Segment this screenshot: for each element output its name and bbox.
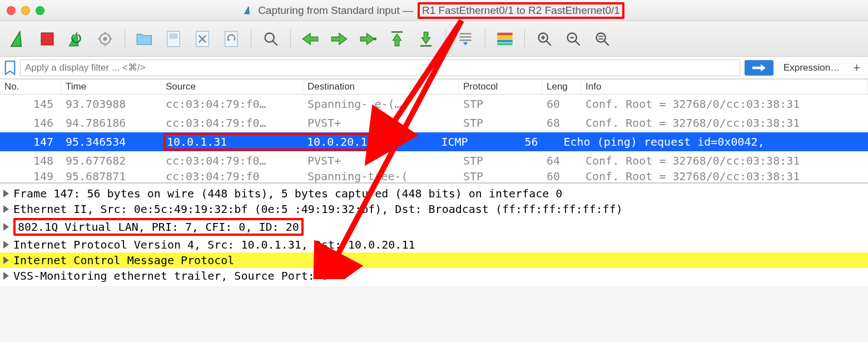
packet-row[interactable]: 149 95.687871 cc:03:04:79:f0 Spanning-tr… [0, 170, 868, 182]
zoom-in-button[interactable] [532, 26, 557, 52]
svg-rect-0 [41, 33, 53, 45]
detail-vss-text: VSS-Monitoring ethernet trailer, Source … [13, 269, 328, 282]
arrow-right-icon [752, 63, 766, 72]
svg-rect-19 [497, 32, 513, 35]
go-previous-button[interactable] [297, 26, 323, 52]
expand-triangle-icon[interactable] [3, 223, 9, 231]
packet-protocol: STP [459, 97, 542, 111]
column-destination[interactable]: Destination [303, 80, 459, 94]
svg-point-2 [103, 37, 107, 41]
go-jump-button[interactable] [355, 26, 381, 52]
apply-filter-button[interactable] [745, 60, 773, 76]
svg-line-24 [547, 41, 551, 45]
go-next-button[interactable] [326, 26, 352, 52]
display-filter-input[interactable] [20, 60, 740, 76]
packet-protocol: STP [459, 154, 542, 167]
capture-options-button[interactable] [92, 26, 118, 52]
packet-row[interactable]: 148 95.677682 cc:03:04:79:f0… PVST+ STP … [0, 151, 868, 170]
save-file-button[interactable] [161, 26, 186, 52]
add-filter-button[interactable]: + [850, 61, 864, 75]
svg-rect-21 [497, 39, 513, 42]
detail-eth-text: Ethernet II, Src: 0e:5c:49:19:32:bf (0e:… [13, 202, 623, 216]
detail-frame[interactable]: Frame 147: 56 bytes on wire (448 bits), … [0, 186, 868, 201]
detail-icmp[interactable]: Internet Control Message Protocol [0, 252, 868, 268]
window-controls [7, 6, 44, 15]
column-time[interactable]: Time [61, 80, 161, 94]
minimize-window-button[interactable] [21, 6, 30, 15]
reload-file-button[interactable] [219, 26, 244, 52]
packet-destination: 10.0.20.11 [307, 135, 374, 148]
packet-source: cc:03:04:79:f0… [161, 116, 303, 130]
detail-vlan[interactable]: 802.1Q Virtual LAN, PRI: 7, CFI: 0, ID: … [0, 217, 868, 237]
zoom-reset-button[interactable] [589, 26, 615, 52]
packet-protocol: STP [459, 170, 542, 182]
go-first-button[interactable] [384, 26, 410, 52]
expression-button[interactable]: Expression… [778, 62, 845, 73]
packet-protocol: ICMP [437, 135, 520, 148]
zoom-out-button[interactable] [561, 26, 586, 52]
packet-time: 95.687871 [61, 170, 161, 182]
svg-rect-20 [497, 36, 513, 39]
packet-row[interactable]: 145 93.703988 cc:03:04:79:f0… Spanning- … [0, 95, 868, 113]
expand-triangle-icon[interactable] [3, 272, 9, 280]
expand-triangle-icon[interactable] [3, 241, 9, 249]
svg-point-11 [265, 33, 274, 42]
column-length[interactable]: Leng [542, 80, 581, 94]
column-protocol[interactable]: Protocol [459, 80, 542, 94]
packet-info: Conf. Root = 32768/0/cc:03:38:31 [581, 170, 868, 182]
column-source[interactable]: Source [161, 80, 303, 94]
open-file-button[interactable] [132, 26, 157, 52]
expand-triangle-icon[interactable] [3, 190, 9, 197]
start-capture-button[interactable] [6, 26, 31, 52]
packet-length: 60 [542, 170, 581, 182]
packet-protocol: STP [459, 116, 542, 130]
packet-no: 145 [0, 97, 61, 111]
detail-ethernet[interactable]: Ethernet II, Src: 0e:5c:49:19:32:bf (0e:… [0, 201, 868, 217]
packet-time: 95.677682 [61, 154, 161, 167]
svg-line-31 [604, 41, 609, 45]
packet-details-pane[interactable]: Frame 147: 56 bytes on wire (448 bits), … [0, 182, 868, 286]
packet-destination: PVST+ [303, 116, 459, 130]
app-window: Capturing from Standard input — R1 FastE… [0, 0, 868, 286]
detail-vss[interactable]: VSS-Monitoring ethernet trailer, Source … [0, 268, 868, 284]
app-icon [244, 6, 254, 16]
packet-length: 60 [542, 97, 581, 111]
expand-triangle-icon[interactable] [3, 205, 9, 213]
stop-capture-button[interactable] [34, 26, 60, 52]
detail-ipv4[interactable]: Internet Protocol Version 4, Src: 10.0.1… [0, 237, 868, 252]
svg-rect-10 [225, 31, 238, 47]
restart-capture-button[interactable] [63, 26, 89, 52]
packet-info: Echo (ping) request id=0x0042, [559, 135, 868, 148]
column-no[interactable]: No. [0, 80, 61, 94]
packet-no: 149 [0, 170, 61, 182]
packet-no: 148 [0, 154, 61, 167]
detail-vlan-text: 802.1Q Virtual LAN, PRI: 7, CFI: 0, ID: … [13, 218, 304, 236]
detail-frame-text: Frame 147: 56 bytes on wire (448 bits), … [13, 187, 562, 200]
main-toolbar [0, 21, 868, 57]
maximize-window-button[interactable] [36, 6, 44, 15]
bookmark-icon[interactable] [4, 61, 16, 75]
close-file-button[interactable] [190, 26, 215, 52]
detail-ipv4-text: Internet Protocol Version 4, Src: 10.0.1… [13, 238, 415, 251]
find-packet-button[interactable] [258, 26, 284, 52]
go-last-button[interactable] [413, 26, 439, 52]
packet-source: cc:03:04:79:f0… [161, 154, 303, 167]
packet-source: 10.0.1.31 [167, 135, 300, 148]
packet-list-header: No. Time Source Destination Protocol Len… [0, 79, 868, 95]
packet-list[interactable]: 145 93.703988 cc:03:04:79:f0… Spanning- … [0, 95, 868, 182]
packet-info: Conf. Root = 32768/0/cc:03:38:31 [581, 116, 868, 130]
close-window-button[interactable] [7, 6, 16, 15]
svg-point-13 [374, 37, 376, 40]
svg-line-28 [576, 41, 580, 45]
column-info[interactable]: Info [581, 80, 868, 94]
packet-row-selected[interactable]: 147 95.346534 10.0.1.31 10.0.20.11 ICMP … [0, 132, 868, 151]
packet-source: cc:03:04:79:f0… [161, 97, 303, 111]
colorize-button[interactable] [492, 26, 518, 52]
svg-line-12 [273, 41, 277, 45]
packet-no: 146 [0, 116, 61, 130]
packet-info: Conf. Root = 32768/0/cc:03:38:31 [581, 154, 868, 167]
detail-icmp-text: Internet Control Message Protocol [13, 254, 234, 267]
packet-row[interactable]: 146 94.786186 cc:03:04:79:f0… PVST+ STP … [0, 113, 868, 132]
expand-triangle-icon[interactable] [3, 256, 9, 264]
autoscroll-button[interactable] [453, 26, 478, 52]
